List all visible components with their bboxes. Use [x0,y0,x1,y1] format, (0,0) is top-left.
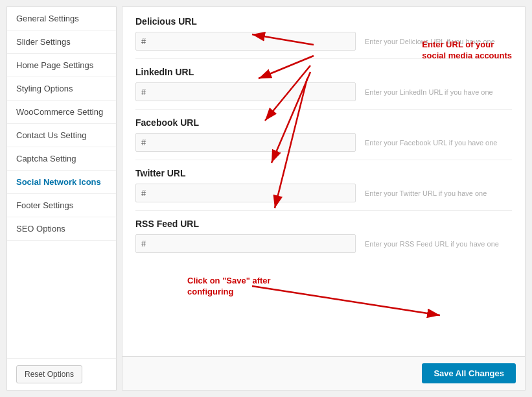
field-row-1: Enter your LinkedIn URL if you have one [135,82,512,101]
field-hint-1: Enter your LinkedIn URL if you have one [365,88,512,96]
sidebar-item-home-page-settings[interactable]: Home Page Settings [7,54,116,77]
field-input-1[interactable] [135,82,356,101]
svg-line-7 [252,286,440,315]
sidebar-item-social-network-icons[interactable]: Social Network Icons [7,171,116,194]
sidebar: General SettingsSlider SettingsHome Page… [6,6,117,391]
field-row-3: Enter your Twitter URL if you have one [135,184,512,202]
reset-button[interactable]: Reset Options [16,365,82,383]
sidebar-item-captcha-setting[interactable]: Captcha Setting [7,147,116,171]
field-row-2: Enter your Facebook URL if you have one [135,133,512,152]
field-label-0: Delicious URL [135,16,512,27]
app-wrapper: General SettingsSlider SettingsHome Page… [0,0,532,397]
field-section-0: Delicious URLEnter your Delicious URL if… [135,16,512,59]
field-label-3: Twitter URL [135,168,512,178]
field-input-3[interactable] [135,184,356,202]
sidebar-item-footer-settings[interactable]: Footer Settings [7,194,116,217]
sidebar-item-woocommerce-setting[interactable]: WooCommerce Setting [7,101,116,124]
sidebar-item-styling-options[interactable]: Styling Options [7,77,116,101]
field-section-3: Twitter URLEnter your Twitter URL if you… [135,168,512,211]
main-content: Delicious URLEnter your Delicious URL if… [122,6,526,391]
save-all-button[interactable]: Save All Changes [422,363,516,383]
field-section-4: RSS Feed URLEnter your RSS Feed URL if y… [135,219,512,261]
field-hint-0: Enter your Delicious URL if you have one [365,38,512,45]
content-footer: Save All Changes [122,356,525,390]
field-input-4[interactable] [135,234,356,253]
field-label-1: LinkedIn URL [135,67,512,77]
field-hint-2: Enter your Facebook URL if you have one [365,139,512,147]
field-hint-4: Enter your RSS Feed URL if you have one [365,240,512,248]
sidebar-item-slider-settings[interactable]: Slider Settings [7,30,116,54]
field-row-0: Enter your Delicious URL if you have one [135,32,512,51]
sidebar-item-seo-options[interactable]: SEO Options [7,217,116,241]
field-label-4: RSS Feed URL [135,219,512,229]
field-section-2: Facebook URLEnter your Facebook URL if y… [135,117,512,160]
sidebar-item-contact-us-setting[interactable]: Contact Us Setting [7,124,116,147]
sidebar-item-general-settings[interactable]: General Settings [7,7,116,30]
field-row-4: Enter your RSS Feed URL if you have one [135,234,512,253]
field-label-2: Facebook URL [135,117,512,128]
field-input-2[interactable] [135,133,356,152]
field-section-1: LinkedIn URLEnter your LinkedIn URL if y… [135,67,512,110]
field-input-0[interactable] [135,32,356,51]
save-annotation: Click on "Save" afterconfiguring [187,276,271,298]
field-hint-3: Enter your Twitter URL if you have one [365,189,512,197]
content-area: Delicious URLEnter your Delicious URL if… [122,7,525,356]
sidebar-bottom: Reset Options [7,358,116,390]
